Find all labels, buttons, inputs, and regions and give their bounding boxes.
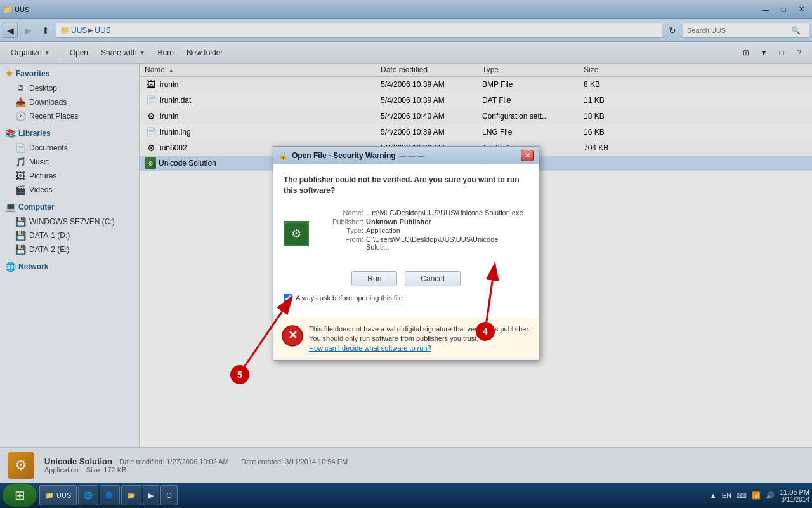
warning-section: ✕ This file does not have a valid digita… (273, 318, 539, 360)
dialog-app-icon: ⚙ (284, 221, 309, 246)
warning-icon: ✕ (281, 324, 304, 347)
name-label: Name: (319, 209, 363, 217)
dialog-title-extra: — — — (400, 152, 424, 159)
warning-link-anchor[interactable]: How can I decide what software to run? (309, 344, 431, 352)
cancel-button[interactable]: Cancel (405, 271, 460, 286)
svg-text:✕: ✕ (288, 329, 298, 342)
dialog-close-button[interactable]: ✕ (521, 150, 534, 161)
checkbox-row: Always ask before opening this file (284, 294, 528, 302)
dialog-overlay: 🔒 Open File - Security Warning — — — ✕ T… (0, 0, 812, 508)
type-value: Application (366, 227, 400, 234)
name-value: ...rs\MLC\Desktop\UUS\UUS\Unicode Soluti… (366, 209, 523, 217)
warning-link[interactable]: How can I decide what software to run? (309, 344, 531, 353)
detail-name-row: Name: ...rs\MLC\Desktop\UUS\UUS\Unicode … (319, 209, 523, 217)
dialog-question: The publisher could not be verified. Are… (284, 175, 528, 196)
dialog-title-icon: 🔒 (278, 151, 288, 160)
always-ask-label: Always ask before opening this file (296, 294, 403, 302)
detail-from-row: From: C:\Users\MLC\Desktop\UUS\UUS\Unico… (319, 236, 523, 251)
svg-text:⚙: ⚙ (291, 227, 301, 240)
detail-type-row: Type: Application (319, 227, 523, 234)
warning-message: This file does not have a valid digital … (309, 324, 531, 344)
dialog-details: Name: ...rs\MLC\Desktop\UUS\UUS\Unicode … (314, 204, 528, 256)
from-label: From: (319, 236, 363, 251)
dialog-title-text: Open File - Security Warning (292, 151, 396, 160)
detail-publisher-row: Publisher: Unknown Publisher (319, 218, 523, 225)
type-label: Type: (319, 227, 363, 234)
publisher-value: Unknown Publisher (366, 218, 431, 225)
dialog-buttons: Run Cancel (284, 271, 528, 286)
dialog-title-bar: 🔒 Open File - Security Warning — — — ✕ (273, 147, 539, 164)
warning-text-area: This file does not have a valid digital … (309, 324, 531, 354)
from-value: C:\Users\MLC\Desktop\UUS\UUS\Unicode Sol… (366, 236, 523, 251)
always-ask-checkbox[interactable] (284, 294, 292, 302)
dialog-title: 🔒 Open File - Security Warning — — — (278, 151, 424, 160)
run-button[interactable]: Run (351, 271, 397, 286)
security-warning-dialog: 🔒 Open File - Security Warning — — — ✕ T… (273, 146, 539, 361)
dialog-icon-row: ⚙ Name: ...rs\MLC\Desktop\UUS\UUS\Unicod… (284, 204, 528, 264)
publisher-label: Publisher: (319, 218, 363, 225)
dialog-body: The publisher could not be verified. Are… (273, 164, 539, 318)
